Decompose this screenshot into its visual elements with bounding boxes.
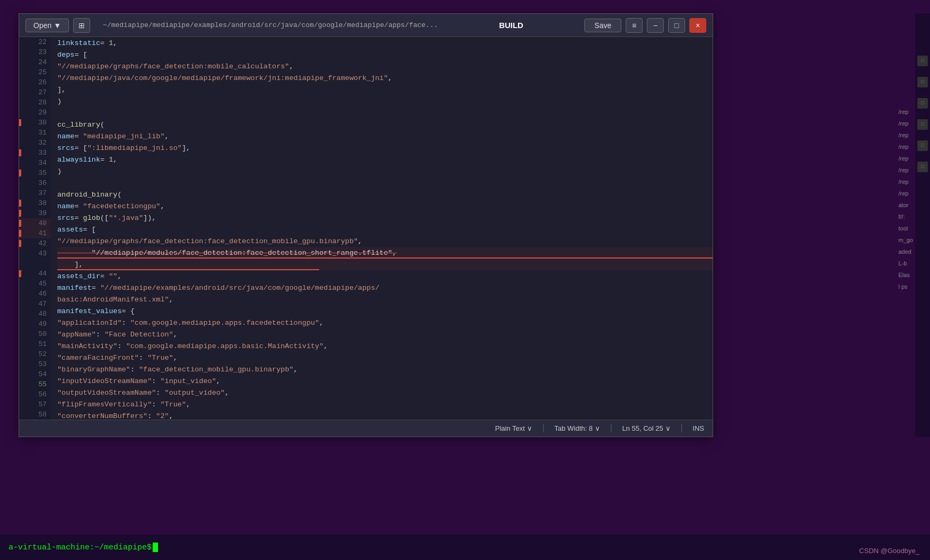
cursor-position-dropdown-icon: ∨ — [665, 424, 671, 432]
code-line-22: linkstatic = 1, — [57, 37, 713, 49]
title-bar: Open ▼ ⊞ ~/mediapipe/mediapipe/examples/… — [19, 14, 713, 37]
line-23: 23 — [19, 47, 51, 57]
window-title: BUILD — [499, 21, 523, 30]
code-line-47: "mainActivity": "com.google.mediapipe.ap… — [57, 340, 713, 352]
code-line-25: "//mediapipe/java/com/google/mediapipe/f… — [57, 72, 713, 84]
code-line-32: alwayslink = 1, — [57, 154, 713, 165]
pin-button[interactable]: ⊞ — [73, 18, 90, 33]
language-label: Plain Text — [495, 424, 525, 432]
line-29: 29 — [19, 108, 51, 118]
chevron-down-icon: ▼ — [54, 21, 61, 30]
sidebar-icon-3: □ — [917, 98, 928, 109]
line-46: 46 — [19, 289, 51, 299]
sidebar-icon-2: □ — [917, 77, 928, 87]
editor-body: 22 23 24 25 26 27 28 29 30 31 32 33 34 3… — [19, 37, 713, 420]
terminal-prompt: a-virtual-machine:~/mediapipe$ — [8, 543, 152, 552]
language-dropdown-icon: ∨ — [527, 424, 532, 432]
line-50: 50 — [19, 329, 51, 339]
line-56: 56 — [19, 389, 51, 399]
line-41: 41 — [19, 228, 51, 238]
code-line-29: cc_library( — [57, 119, 713, 130]
language-selector[interactable]: Plain Text ∨ — [495, 424, 532, 432]
code-line-43b: basic:AndroidManifest.xml", — [57, 294, 713, 305]
save-button[interactable]: Save — [584, 19, 621, 32]
code-line-33: ) — [57, 165, 713, 177]
line-45: 45 — [19, 279, 51, 289]
tab-width-selector[interactable]: Tab Width: 8 ∨ — [555, 424, 600, 432]
code-line-43: manifest = "//mediapipe/examples/android… — [57, 282, 713, 294]
line-42: 42 — [19, 238, 51, 248]
line-36: 36 — [19, 178, 51, 188]
code-line-53: "converterNumBuffers": "2", — [57, 410, 713, 420]
line-35: 35 — [19, 168, 51, 178]
insert-mode: INS — [692, 424, 704, 432]
file-path: ~/mediapipe/mediapipe/examples/android/s… — [103, 21, 438, 29]
line-33: 33 — [19, 148, 51, 158]
line-48: 48 — [19, 309, 51, 319]
status-divider-3: | — [679, 424, 685, 433]
code-line-40: "//mediapipe/modules/face_detection:face… — [57, 247, 713, 259]
sidebar-icon-4: □ — [917, 119, 928, 130]
line-43b — [19, 259, 51, 269]
code-line-37: srcs = glob(["*.java"]), — [57, 212, 713, 224]
line-37: 37 — [19, 188, 51, 198]
line-40: 40 — [19, 218, 51, 228]
line-38: 38 — [19, 198, 51, 208]
code-line-35: android_binary( — [57, 189, 713, 200]
code-line-26: ], — [57, 84, 713, 95]
line-49: 49 — [19, 319, 51, 329]
line-27: 27 — [19, 87, 51, 97]
cursor-position: Ln 55, Col 25 ∨ — [622, 424, 670, 432]
code-line-30: name = "mediapipe_jni_lib", — [57, 130, 713, 142]
right-annotations: /rep /rep /rep /rep /rep /rep /rep /rep … — [898, 106, 913, 292]
code-line-31: srcs = [":libmediapipe_jni.so"], — [57, 142, 713, 154]
cursor-position-label: Ln 55, Col 25 — [622, 424, 663, 432]
maximize-button[interactable]: □ — [668, 18, 685, 33]
tab-width-dropdown-icon: ∨ — [595, 424, 600, 432]
left-annotations-panel — [0, 13, 19, 437]
code-line-48: "cameraFacingFront": "True", — [57, 352, 713, 363]
line-52: 52 — [19, 349, 51, 359]
sidebar-icon-1: □ — [917, 56, 928, 66]
code-line-42: assets_dir = "", — [57, 270, 713, 282]
title-bar-right: Save ≡ − □ × — [584, 18, 706, 33]
code-line-28 — [57, 107, 713, 119]
close-button[interactable]: × — [689, 18, 706, 33]
line-44: 44 — [19, 269, 51, 279]
line-31: 31 — [19, 128, 51, 138]
line-24: 24 — [19, 57, 51, 67]
watermark: CSDN @Goodbye_ — [859, 547, 919, 555]
code-line-41: ], — [57, 259, 713, 270]
sidebar-icon-5: □ — [917, 140, 928, 151]
right-sidebar: □ □ □ □ □ □ — [915, 13, 930, 437]
line-26: 26 — [19, 77, 51, 87]
minimize-button[interactable]: − — [647, 18, 664, 33]
code-line-24: "//mediapipe/graphs/face_detection:mobil… — [57, 60, 713, 72]
line-32: 32 — [19, 138, 51, 148]
code-line-34 — [57, 177, 713, 189]
editor-window: Open ▼ ⊞ ~/mediapipe/mediapipe/examples/… — [19, 13, 713, 437]
code-line-38: assets = [ — [57, 224, 713, 235]
code-area[interactable]: linkstatic = 1, deps = [ "//mediapipe/gr… — [51, 37, 713, 420]
menu-button[interactable]: ≡ — [626, 18, 643, 33]
code-line-45: "applicationId": "com.google.mediapipe.a… — [57, 317, 713, 328]
code-line-44: manifest_values = { — [57, 305, 713, 317]
line-25: 25 — [19, 67, 51, 77]
line-28: 28 — [19, 97, 51, 108]
code-line-23: deps = [ — [57, 49, 713, 60]
terminal-cursor — [153, 543, 158, 552]
code-line-50: "inputVideoStreamName": "input_video", — [57, 375, 713, 387]
open-button[interactable]: Open ▼ — [25, 19, 69, 32]
line-30: 30 — [19, 118, 51, 128]
code-line-52: "flipFramesVertically": "True", — [57, 398, 713, 410]
sidebar-icon-6: □ — [917, 162, 928, 172]
status-bar: Plain Text ∨ | Tab Width: 8 ∨ | Ln 55, C… — [19, 420, 713, 437]
line-34: 34 — [19, 158, 51, 168]
line-57: 57 — [19, 399, 51, 410]
code-line-27: ) — [57, 95, 713, 107]
line-22: 22 — [19, 37, 51, 47]
code-line-51: "outputVideoStreamName": "output_video", — [57, 387, 713, 398]
line-51: 51 — [19, 339, 51, 349]
line-53: 53 — [19, 359, 51, 369]
code-line-46: "appName": "Face Detection", — [57, 328, 713, 340]
